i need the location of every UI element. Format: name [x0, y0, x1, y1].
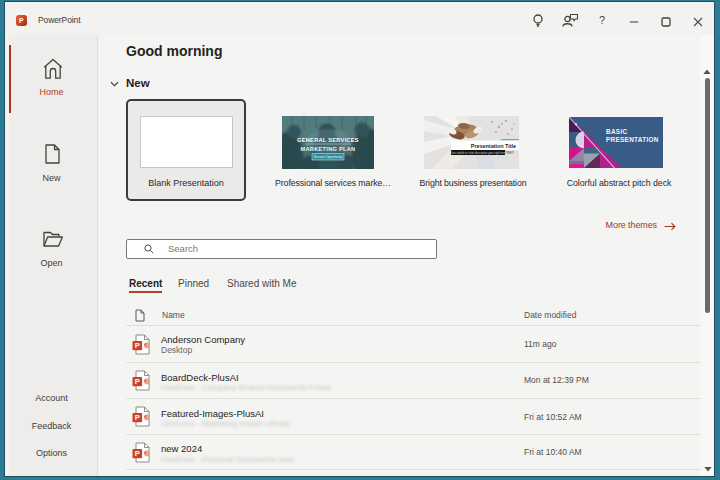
svg-text:GENERAL SERVICES: GENERAL SERVICES [297, 137, 359, 143]
svg-text:P: P [19, 17, 24, 24]
svg-text:Your subtitle or short descrip: Your subtitle or short description goes … [451, 151, 507, 155]
svg-text:Presentation Title: Presentation Title [471, 143, 516, 149]
svg-text:P: P [135, 449, 140, 458]
svg-text:P: P [135, 377, 140, 386]
svg-text:PRESENTATION: PRESENTATION [606, 136, 659, 143]
svg-text:BASIC: BASIC [606, 128, 627, 135]
svg-text:Session Opportunity: Session Opportunity [314, 155, 343, 159]
svg-text:TREY: TREY [505, 151, 515, 155]
svg-text:MARKETING PLAN: MARKETING PLAN [301, 146, 356, 152]
svg-text:P: P [135, 341, 140, 350]
svg-text:P: P [135, 413, 140, 422]
